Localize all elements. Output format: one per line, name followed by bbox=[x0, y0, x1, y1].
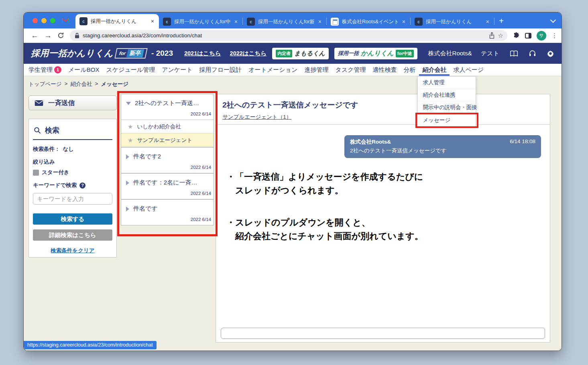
search-icon bbox=[34, 127, 41, 134]
page-content: トップページ > 紹介会社 > メッセージ 一斉送信 bbox=[24, 76, 562, 351]
tab-close-icon[interactable]: × bbox=[485, 18, 490, 25]
nav-label: 学生管理 bbox=[28, 66, 53, 74]
address-bar[interactable]: staging.careercloud.asia/23/com/introduc… bbox=[70, 30, 507, 41]
search-panel-header: 検索 bbox=[33, 125, 112, 140]
agent-row-sample-agent-selected[interactable]: ★ サンプルエージェント bbox=[121, 133, 214, 147]
nav-automation[interactable]: オートメーション bbox=[248, 64, 297, 76]
new-tab-button[interactable]: + bbox=[494, 14, 508, 28]
back-button[interactable]: ← bbox=[31, 32, 39, 39]
browser-toolbar: ← → staging.careercloud.asia/23/com/intr… bbox=[24, 28, 562, 43]
message-input[interactable] bbox=[221, 328, 545, 339]
chuto-prefix: 採用一括 bbox=[338, 50, 359, 57]
nav-flow-design[interactable]: 採用フロー設計 bbox=[199, 64, 242, 76]
dropdown-item-referral-link[interactable]: 紹介会社連携 bbox=[418, 89, 476, 101]
breadcrumb-home[interactable]: トップページ bbox=[28, 81, 62, 88]
keyword-input[interactable] bbox=[33, 193, 112, 205]
company-name: 株式会社Roots& テスト bbox=[428, 50, 499, 57]
star-filter-checkbox[interactable] bbox=[33, 170, 39, 176]
chat-agent-link[interactable]: サンプルエージェント（1） bbox=[222, 114, 291, 121]
clear-search-link[interactable]: 検索条件をクリア bbox=[33, 247, 112, 254]
mamoru-kun-button[interactable]: 内定者 まもるくん bbox=[272, 48, 329, 59]
tab-close-icon[interactable]: × bbox=[150, 18, 155, 24]
tab-kanrikun-chuto[interactable]: c 採用一括かんりくんfor中途 × bbox=[159, 15, 242, 28]
close-window-button[interactable] bbox=[33, 18, 38, 23]
link-2022[interactable]: 2022はこちら bbox=[230, 50, 267, 57]
settings-gear-icon[interactable] bbox=[547, 50, 554, 57]
nav-aptitude-test[interactable]: 適性検査 bbox=[372, 64, 397, 76]
thread-item-subject[interactable]: 件名です bbox=[121, 200, 214, 215]
thread-item-subject-two-people[interactable]: 件名です：2名に一斉… bbox=[121, 174, 214, 189]
nav-label: アンケート bbox=[162, 66, 192, 74]
chevron-right-icon[interactable] bbox=[126, 180, 129, 185]
tab-close-icon[interactable]: × bbox=[317, 18, 322, 25]
nav-analysis[interactable]: 分析 bbox=[403, 64, 415, 76]
chevron-right-icon[interactable] bbox=[126, 207, 129, 211]
extensions-puzzle-icon[interactable] bbox=[513, 32, 520, 39]
forward-button[interactable]: → bbox=[44, 32, 52, 39]
link-2021[interactable]: 2021はこちら bbox=[184, 50, 221, 57]
tab-search-chevron-icon[interactable] bbox=[551, 18, 555, 22]
kanrikun-chuto-button[interactable]: 採用一括 かんりくん for中途 bbox=[334, 48, 417, 59]
kanrikun-favicon-icon: c bbox=[415, 18, 423, 26]
tab-kanrikun-2[interactable]: c 採用一括かんりくん × bbox=[411, 15, 494, 28]
bookmark-star-icon[interactable]: ☆ bbox=[498, 32, 503, 39]
search-submit-button[interactable]: 検索する bbox=[33, 213, 112, 225]
nav-task[interactable]: タスク管理 bbox=[335, 64, 366, 76]
nav-referral-company[interactable]: 紹介会社 求人管理 紹介会社連携 開示中の説明会・面接 メッセージ bbox=[422, 64, 446, 76]
tab-roots-event-doc[interactable]: 株式会社Roots&イベントペ– × bbox=[327, 15, 410, 28]
kanrikun-favicon-icon: c bbox=[163, 18, 171, 26]
profile-avatar[interactable]: サ bbox=[537, 31, 546, 41]
broadcast-label: 一斉送信 bbox=[48, 99, 75, 107]
keyword-label: キーワードで検索 bbox=[33, 182, 77, 189]
browser-menu-icon[interactable]: ⋮ bbox=[551, 32, 557, 39]
tab-kanrikun-active[interactable]: c 採用一括かんりくん × bbox=[75, 14, 159, 28]
advanced-search-button[interactable]: 詳細検索はこちら bbox=[33, 229, 112, 241]
help-icon[interactable]: ? bbox=[79, 182, 85, 189]
nav-survey[interactable]: アンケート bbox=[162, 64, 192, 76]
search-title: 検索 bbox=[45, 126, 59, 135]
tab-list: c 採用一括かんりくん × c 採用一括かんりくんfor中途 × c 採用一括か… bbox=[75, 12, 562, 28]
side-panel-icon[interactable] bbox=[525, 33, 531, 39]
agent-name: いしかわ紹介会社 bbox=[137, 123, 181, 130]
app-logo[interactable]: 採用一括かんりくん bbox=[31, 47, 113, 59]
dropdown-item-message[interactable]: メッセージ bbox=[418, 114, 476, 126]
status-bar-url: https://staging.careercloud.asia/23/com/… bbox=[24, 341, 157, 349]
zoom-window-button[interactable] bbox=[50, 18, 55, 23]
dropdown-item-job-management[interactable]: 求人管理 bbox=[418, 77, 476, 89]
chevron-right-icon[interactable] bbox=[126, 154, 129, 159]
nav-schedule[interactable]: スケジュール管理 bbox=[106, 64, 155, 76]
condition-label: 検索条件： bbox=[33, 146, 60, 153]
app-header: 採用一括かんりくん for 新卒 - 2023 2021はこちら 2022はこち… bbox=[24, 43, 562, 64]
reload-button[interactable] bbox=[57, 32, 64, 39]
gmail-pinned-tab[interactable] bbox=[61, 12, 70, 28]
lock-icon bbox=[75, 32, 79, 39]
breadcrumb-referral[interactable]: 紹介会社 bbox=[70, 81, 92, 88]
tab-kanrikun-shinsotsu[interactable]: c 採用一括かんりくんfor新卒 × bbox=[243, 15, 326, 28]
minimize-window-button[interactable] bbox=[41, 18, 47, 23]
share-icon[interactable] bbox=[489, 32, 495, 39]
tab-label: 採用一括かんりくん bbox=[91, 18, 147, 25]
dropdown-item-open-sessions[interactable]: 開示中の説明会・面接 bbox=[418, 101, 476, 114]
chuto-main-label: かんりくん bbox=[361, 49, 394, 58]
for-chuto-chip: for中途 bbox=[396, 50, 414, 57]
thread-item-subject2[interactable]: 件名です2 bbox=[121, 148, 214, 162]
thread-item-broadcast-test[interactable]: 2社へのテスト一斉送… bbox=[121, 94, 214, 109]
nav-job-page[interactable]: 求人ページ bbox=[453, 64, 484, 76]
manual-book-icon[interactable] bbox=[510, 50, 518, 57]
nav-student-management[interactable]: 学生管理 1 bbox=[28, 64, 61, 76]
agent-row-ishikawa[interactable]: ★ いしかわ紹介会社 bbox=[121, 120, 214, 133]
logo-year: - 2023 bbox=[151, 49, 173, 58]
breadcrumb: トップページ > 紹介会社 > メッセージ bbox=[28, 81, 128, 88]
url-text[interactable]: staging.careercloud.asia/23/com/introduc… bbox=[83, 32, 486, 39]
annotation-note-1: ・「一斉送信」よりメッセージを作成するたびに スレッドがつくられます。 bbox=[226, 170, 550, 197]
nav-progress[interactable]: 進捗管理 bbox=[304, 64, 328, 76]
support-headset-icon[interactable] bbox=[529, 50, 536, 57]
tab-close-icon[interactable]: × bbox=[234, 18, 238, 25]
message-row: 株式会社Roots& 6/14 18:08 2社へのテスト一斉送信メッセージです bbox=[216, 125, 550, 158]
broadcast-send-button[interactable]: 一斉送信 bbox=[28, 95, 117, 110]
chevron-down-icon[interactable] bbox=[126, 102, 131, 105]
star-icon[interactable]: ★ bbox=[128, 137, 133, 144]
tab-close-icon[interactable]: × bbox=[401, 18, 406, 25]
star-icon[interactable]: ★ bbox=[128, 123, 133, 130]
nav-mailbox[interactable]: メールBOX bbox=[68, 64, 99, 76]
